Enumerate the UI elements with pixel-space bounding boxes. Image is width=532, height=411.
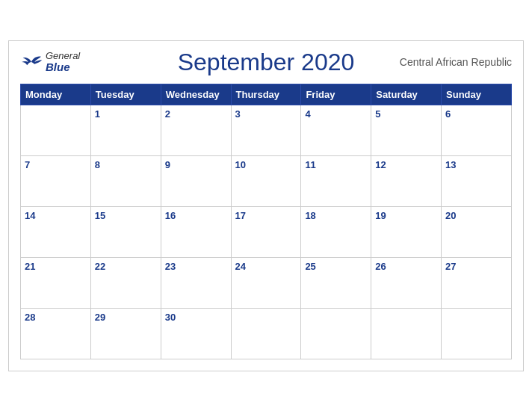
weekday-header-monday: Monday [21,84,91,105]
day-number: 16 [165,210,176,221]
calendar-week-2: 78910111213 [21,155,512,206]
calendar-cell: 3 [231,105,301,155]
day-number: 10 [235,159,246,170]
calendar-cell: 22 [90,257,161,308]
calendar-cell: 27 [442,257,512,308]
day-number: 3 [235,108,241,120]
day-number: 2 [165,108,170,120]
day-number: 30 [165,312,176,323]
calendar-cell: 30 [161,308,231,359]
day-number: 21 [25,261,35,272]
calendar-cell [301,308,371,359]
calendar-cell: 20 [442,206,512,257]
calendar-cell: 23 [161,257,231,308]
weekday-header-saturday: Saturday [371,84,442,105]
calendar-cell: 1 [90,105,161,155]
day-number: 8 [95,159,100,170]
day-number: 5 [375,108,380,120]
day-number: 25 [305,261,315,272]
day-number: 24 [235,261,246,272]
calendar-title: September 2020 [178,49,355,75]
calendar-grid: MondayTuesdayWednesdayThursdayFridaySatu… [20,84,512,359]
logo-text: General Blue [46,51,80,74]
day-number: 17 [235,210,246,221]
calendar-container: General Blue September 2020 Central Afri… [8,40,524,371]
calendar-cell: 5 [371,105,442,155]
calendar-cell: 11 [301,155,371,206]
calendar-cell [21,105,91,155]
calendar-cell [371,308,442,359]
calendar-subtitle: Central African Republic [400,56,512,68]
calendar-cell: 19 [371,206,442,257]
calendar-cell: 13 [442,155,512,206]
day-number: 26 [375,261,386,272]
calendar-cell: 25 [301,257,371,308]
day-number: 28 [25,312,35,323]
day-number: 23 [165,261,176,272]
calendar-cell: 29 [90,308,161,359]
calendar-cell: 9 [161,155,231,206]
calendar-week-5: 282930 [21,308,512,359]
calendar-cell: 8 [90,155,161,206]
calendar-cell [442,308,512,359]
day-number: 22 [95,261,105,272]
day-number: 13 [445,159,456,170]
calendar-cell: 17 [231,206,301,257]
calendar-cell: 21 [21,257,91,308]
calendar-cell: 15 [90,206,161,257]
logo-blue-text: Blue [46,61,80,74]
calendar-cell: 7 [21,155,91,206]
day-number: 1 [95,108,100,120]
weekday-header-thursday: Thursday [231,84,301,105]
title-section: September 2020 [178,49,355,76]
calendar-cell: 24 [231,257,301,308]
calendar-cell: 10 [231,155,301,206]
day-number: 19 [375,210,386,221]
day-number: 15 [95,210,105,221]
calendar-cell: 2 [161,105,231,155]
calendar-cell [231,308,301,359]
calendar-cell: 4 [301,105,371,155]
day-number: 20 [445,210,456,221]
day-number: 9 [165,159,170,170]
calendar-cell: 28 [21,308,91,359]
calendar-cell: 6 [442,105,512,155]
day-number: 6 [445,108,451,120]
day-number: 14 [25,210,35,221]
day-number: 12 [375,159,386,170]
calendar-header: General Blue September 2020 Central Afri… [20,49,512,76]
day-number: 7 [25,159,30,170]
day-number: 27 [445,261,456,272]
calendar-cell: 18 [301,206,371,257]
weekday-header-row: MondayTuesdayWednesdayThursdayFridaySatu… [21,84,512,105]
calendar-week-1: 123456 [21,105,512,155]
weekday-header-sunday: Sunday [442,84,512,105]
weekday-header-friday: Friday [301,84,371,105]
weekday-header-tuesday: Tuesday [90,84,161,105]
logo: General Blue [20,51,80,74]
day-number: 18 [305,210,315,221]
logo-bird-icon [20,55,43,69]
calendar-cell: 12 [371,155,442,206]
calendar-cell: 14 [21,206,91,257]
calendar-cell: 26 [371,257,442,308]
calendar-cell: 16 [161,206,231,257]
day-number: 4 [305,108,310,120]
calendar-week-4: 21222324252627 [21,257,512,308]
day-number: 11 [305,159,315,170]
weekday-header-wednesday: Wednesday [161,84,231,105]
day-number: 29 [95,312,105,323]
calendar-week-3: 14151617181920 [21,206,512,257]
logo-general-text: General [46,51,80,61]
